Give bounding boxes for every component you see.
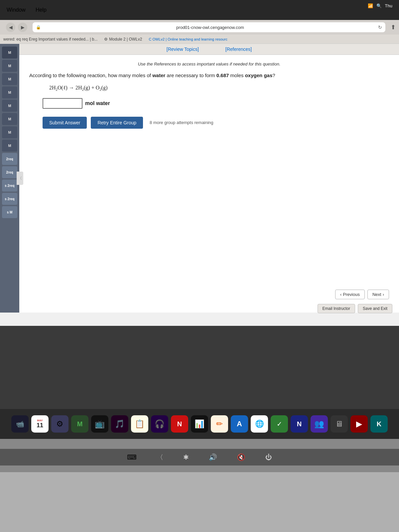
dock-item-chrome[interactable]: 🌐 <box>251 415 268 433</box>
chemical-equation: 2H2O(ℓ) → 2H2(g) + O2(g) <box>49 85 389 91</box>
retry-entire-group-button[interactable]: Retry Entire Group <box>91 117 143 129</box>
settings-icon: ✱ <box>183 453 189 461</box>
sidebar-item-10[interactable]: s 2req <box>2 180 17 192</box>
refresh-icon[interactable]: ↻ <box>378 25 382 30</box>
sidebar-item-6[interactable]: M <box>2 126 17 138</box>
bookmark-item-1[interactable]: wered: eq req Ereg Important values if n… <box>3 37 97 42</box>
gear-icon: ⚙ <box>104 37 108 42</box>
sidebar-item-9[interactable]: 2req <box>2 166 17 178</box>
back-button[interactable]: ◀ <box>6 23 15 32</box>
dock-item-stocks[interactable]: 📊 <box>191 415 208 433</box>
search-icon[interactable]: 🔍 <box>376 3 382 8</box>
submit-answer-button[interactable]: Submit Answer <box>43 117 87 129</box>
sidebar-item-0[interactable]: M <box>2 47 17 59</box>
system-icons: 📶 🔍 Thu <box>368 3 392 8</box>
chevron-left-icon: ‹ <box>340 292 341 297</box>
main-content: [Review Topics] [References] Use the Ref… <box>19 44 399 313</box>
calendar-month: MAY <box>37 419 43 422</box>
angle-bracket-icon: 〈 <box>157 453 163 462</box>
dock-item-n-blue[interactable]: N <box>291 415 308 433</box>
sidebar-item-11[interactable]: s 2req <box>2 193 17 205</box>
sidebar-item-7[interactable]: M <box>2 140 17 152</box>
question-body: Use the References to access important v… <box>19 55 399 142</box>
bottom-actions: Email Instructor Save and Exit <box>318 304 392 313</box>
dock-item-podcasts[interactable]: 🎧 <box>151 415 168 433</box>
dock-item-launchpad[interactable]: ⚙ <box>51 415 68 433</box>
chevron-right-icon: › <box>383 292 384 297</box>
wifi-icon: 📶 <box>368 3 373 8</box>
owlv2-label: OWLv2 | Online teaching and learning res… <box>152 37 227 41</box>
dock-item-k[interactable]: K <box>370 415 388 433</box>
menu-bar: Window Help 📶 🔍 Thu <box>0 0 399 20</box>
next-button[interactable]: Next › <box>367 290 389 299</box>
bookmarks-bar: wered: eq req Ereg Important values if n… <box>0 35 399 44</box>
button-row: Submit Answer Retry Entire Group 8 more … <box>43 117 389 129</box>
menu-item-help[interactable]: Help <box>36 7 47 13</box>
mute-icon: 🔇 <box>237 453 245 461</box>
calendar-day: 11 <box>37 422 43 429</box>
question-text: According to the following reaction, how… <box>29 72 389 79</box>
browser-toolbar: ◀ ▶ 🔒 prod01-cnow-owl.cengagenow.com ↻ ⬆ <box>0 20 399 35</box>
dock-item-tv[interactable]: 📺 <box>91 415 108 433</box>
left-sidebar: M M M M M M M M 2req 2req s 2req s 2req … <box>0 44 19 313</box>
dock-item-news[interactable]: N <box>171 415 188 433</box>
review-topics-link[interactable]: [Review Topics] <box>167 47 199 52</box>
module-tab-label: Module 2 | OWLv2 <box>109 37 142 42</box>
sidebar-item-2[interactable]: M <box>2 73 17 85</box>
dock-item-music[interactable]: 🎵 <box>111 415 128 433</box>
dock-item-play[interactable]: ▶ <box>350 415 368 433</box>
menu-item-window[interactable]: Window <box>7 7 26 13</box>
keyboard-controls: ⌨ 〈 ✱ 🔊 🔇 ⏻ <box>0 449 399 466</box>
answer-row: mol water <box>43 98 389 109</box>
keyboard-area <box>0 472 399 532</box>
owlv2-icon: C <box>149 37 151 41</box>
dock-item-teams[interactable]: 👥 <box>311 415 328 433</box>
previous-button[interactable]: ‹ Previous <box>335 290 365 299</box>
owlv2-tab[interactable]: C OWLv2 | Online teaching and learning r… <box>149 37 227 41</box>
dock-item-screen[interactable]: 🖥 <box>331 415 348 433</box>
sidebar-item-4[interactable]: M <box>2 100 17 112</box>
browser-window: ◀ ▶ 🔒 prod01-cnow-owl.cengagenow.com ↻ ⬆… <box>0 20 399 326</box>
address-bar-container: 🔒 prod01-cnow-owl.cengagenow.com ↻ <box>33 22 385 32</box>
sidebar-item-1[interactable]: M <box>2 60 17 72</box>
forward-button[interactable]: ▶ <box>18 23 27 32</box>
attempts-remaining-text: 8 more group attempts remaining <box>150 120 213 125</box>
reference-note: Use the References to access important v… <box>29 62 389 66</box>
sidebar-collapse-button[interactable]: 〈 <box>17 172 23 185</box>
dock-item-facetime[interactable]: 📹 <box>11 415 29 433</box>
dock: 📹 MAY 11 ⚙ M 📺 🎵 📋 🎧 N 📊 ✏ A 🌐 ✓ N 👥 🖥 ▶… <box>0 409 399 439</box>
sidebar-item-12[interactable]: s M <box>2 206 17 218</box>
dock-item-notes[interactable]: 📋 <box>131 415 148 433</box>
dock-item-m[interactable]: M <box>71 415 88 433</box>
power-icon: ⏻ <box>265 454 272 461</box>
answer-unit-label: mol water <box>85 100 110 106</box>
share-icon[interactable]: ⬆ <box>391 24 396 31</box>
volume-icon: 🔊 <box>209 453 217 461</box>
answer-input[interactable] <box>43 98 82 109</box>
references-link[interactable]: [References] <box>225 47 252 52</box>
module-tab[interactable]: ⚙ Module 2 | OWLv2 <box>104 37 142 42</box>
time-display: Thu <box>385 3 392 8</box>
page-content: M M M M M M M M 2req 2req s 2req s 2req … <box>0 44 399 313</box>
page-navigation: ‹ Previous Next › <box>335 290 389 299</box>
keyboard-icon: ⌨ <box>127 453 137 461</box>
email-instructor-button[interactable]: Email Instructor <box>318 304 355 313</box>
dock-item-calendar[interactable]: MAY 11 <box>31 415 49 433</box>
sidebar-item-5[interactable]: M <box>2 113 17 125</box>
lock-icon: 🔒 <box>36 25 41 30</box>
dock-item-checkmark[interactable]: ✓ <box>271 415 288 433</box>
dock-item-a[interactable]: A <box>231 415 248 433</box>
dock-item-preview[interactable]: ✏ <box>211 415 228 433</box>
address-text[interactable]: prod01-cnow-owl.cengagenow.com <box>44 25 376 30</box>
save-exit-button[interactable]: Save and Exit <box>358 304 392 313</box>
browser-nav-buttons: ◀ ▶ <box>3 23 30 32</box>
sidebar-item-8[interactable]: 2req <box>2 153 17 165</box>
question-header-bar: [Review Topics] [References] <box>19 44 399 55</box>
sidebar-item-3[interactable]: M <box>2 86 17 98</box>
